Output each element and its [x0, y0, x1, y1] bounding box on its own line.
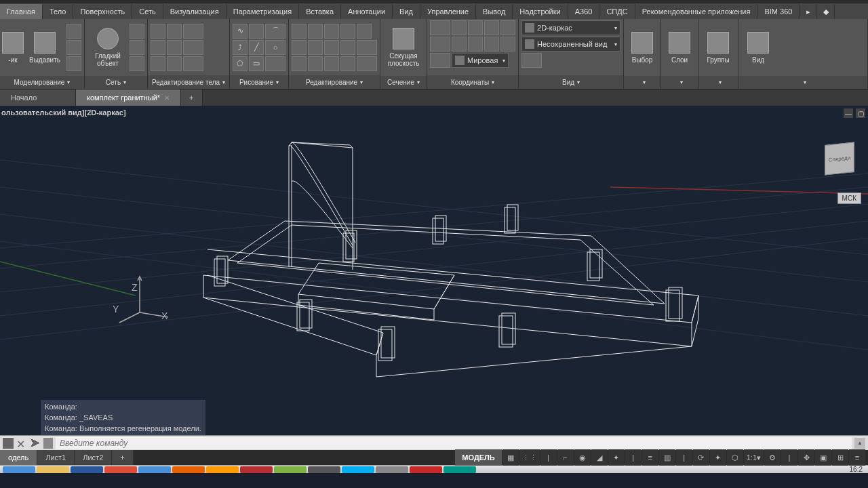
ed-icon-10[interactable] — [357, 40, 377, 55]
box-button[interactable]: -ик — [3, 20, 23, 75]
ed-icon-15[interactable] — [357, 56, 377, 71]
co-icon-3[interactable] — [468, 20, 483, 35]
wcs-label[interactable]: МСК — [837, 192, 861, 204]
nav-icon[interactable]: ✥ — [798, 449, 814, 466]
draw-icon-1[interactable]: ∿ — [233, 24, 248, 39]
ed-icon-2[interactable] — [308, 24, 323, 39]
transparency-icon[interactable]: ▥ — [659, 449, 675, 466]
ribbon-title-layers[interactable] — [661, 76, 698, 89]
co-icon-4[interactable] — [484, 20, 499, 35]
draw-icon-4[interactable]: ⤴ — [233, 40, 248, 55]
viewcube[interactable]: Спереди — [821, 140, 861, 180]
annoscale-icon[interactable]: ⊞ — [832, 449, 848, 466]
cmd-close-icon[interactable]: ✕ — [16, 438, 27, 449]
snap-icon[interactable]: ⋮⋮ — [519, 449, 540, 466]
section-button[interactable]: Секущаяплоскость — [383, 20, 424, 75]
menu-tab-addons[interactable]: Надстройки — [513, 4, 568, 19]
ed-icon-13[interactable] — [324, 56, 339, 71]
osnap-icon[interactable]: ✦ — [608, 449, 625, 466]
mesh-icon-2[interactable] — [130, 40, 144, 55]
se-icon-4[interactable] — [151, 40, 165, 55]
co-icon-5[interactable] — [500, 20, 515, 35]
mesh-icon-3[interactable] — [130, 56, 144, 71]
cmd-customize-icon[interactable]: ⮞ — [30, 438, 41, 449]
task-app6-icon[interactable] — [443, 466, 476, 473]
menu-tab-annot[interactable]: Аннотации — [341, 4, 393, 19]
ed-icon-14[interactable] — [340, 56, 355, 71]
ed-icon-1[interactable] — [292, 24, 307, 39]
scale-button[interactable]: 1:1▾ — [744, 449, 764, 466]
menu-tab-bim360[interactable]: BIM 360 — [757, 4, 800, 19]
task-explorer-icon[interactable] — [37, 466, 69, 473]
layout-tab-model[interactable]: одель — [0, 450, 37, 465]
menu-tab-recapps[interactable]: Рекомендованные приложения — [635, 4, 758, 19]
draw-icon-2[interactable] — [249, 24, 264, 39]
ed-icon-9[interactable] — [340, 40, 355, 55]
co-icon-6[interactable] — [430, 37, 450, 52]
se-icon-5[interactable] — [167, 40, 182, 55]
menu-tab-visual[interactable]: Визуализация — [163, 4, 226, 19]
close-icon[interactable]: ✕ — [164, 94, 170, 102]
co-icon-9[interactable] — [484, 37, 499, 52]
layout-tab-sheet1[interactable]: Лист1 — [37, 450, 75, 465]
ortho-icon[interactable]: ⌐ — [557, 449, 574, 466]
draw-icon-9[interactable] — [265, 56, 285, 71]
mesh-icon-1[interactable] — [130, 24, 144, 39]
co-icon-7[interactable] — [452, 37, 467, 52]
viewcube-face[interactable]: Спереди — [825, 142, 854, 175]
ed-icon-6[interactable] — [292, 40, 307, 55]
ribbon-title-draw[interactable]: Рисование — [230, 75, 288, 89]
menu-tab-spds[interactable]: СПДС — [599, 4, 635, 19]
menu-tab-param[interactable]: Параметризация — [226, 4, 299, 19]
ribbon-title-coords[interactable]: Координаты — [427, 75, 518, 89]
dynucs-icon[interactable]: ⬡ — [727, 449, 743, 466]
command-input[interactable] — [56, 437, 852, 449]
ribbon-title-edit[interactable]: Редактирование — [289, 75, 380, 89]
viewport[interactable]: ользовательский вид][2D-каркас] — ▢ — [0, 106, 868, 435]
3dosnap-icon[interactable]: ✦ — [710, 449, 726, 466]
menu-tab-help-icon[interactable]: ◆ — [817, 4, 835, 19]
task-app5-icon[interactable] — [410, 466, 442, 473]
ed-icon-12[interactable] — [308, 56, 323, 71]
iso-icon[interactable]: ◢ — [591, 449, 608, 466]
draw-icon-5[interactable]: ╱ — [249, 40, 264, 55]
task-skype-icon[interactable] — [342, 466, 374, 473]
task-ai-icon[interactable] — [206, 466, 239, 473]
ribbon-title-view2[interactable] — [738, 76, 867, 89]
ucs-dropdown[interactable]: Мировая — [452, 53, 509, 68]
menu-tab-expand-icon[interactable]: ▸ — [800, 4, 817, 19]
menu-tab-output[interactable]: Вывод — [476, 4, 513, 19]
se-icon-2[interactable] — [167, 24, 182, 39]
ribbon-title-groups[interactable] — [698, 76, 738, 89]
se-icon-8[interactable] — [167, 56, 182, 71]
ribbon-title-select[interactable] — [624, 76, 660, 89]
ed-icon-7[interactable] — [308, 40, 323, 55]
model-space-button[interactable]: МОДЕЛЬ — [455, 449, 501, 466]
workspace-icon[interactable]: ▣ — [815, 449, 831, 466]
se-icon-9[interactable] — [183, 56, 203, 71]
menu-tab-main[interactable]: Главная — [0, 4, 43, 19]
ed-icon-3[interactable] — [324, 24, 339, 39]
co-icon-11[interactable] — [430, 53, 450, 68]
modeling-icon-2[interactable] — [66, 40, 81, 55]
groups-button[interactable]: Группы — [701, 20, 735, 75]
view2-button[interactable]: Вид — [741, 20, 775, 75]
co-icon-2[interactable] — [452, 20, 467, 35]
customize-icon[interactable]: ≡ — [849, 449, 865, 466]
task-chrome-icon[interactable] — [104, 466, 137, 473]
menu-tab-view[interactable]: Вид — [393, 4, 420, 19]
new-layout-button[interactable]: + — [112, 450, 133, 465]
ribbon-title-modeling[interactable]: Моделирование — [0, 76, 84, 89]
draw-icon-7[interactable]: ⬠ — [233, 56, 248, 71]
co-icon-1[interactable] — [430, 20, 450, 35]
file-tab-start[interactable]: Начало — [0, 89, 76, 106]
file-tab-doc[interactable]: комплект гранитный*✕ — [76, 89, 181, 106]
ed-icon-8[interactable] — [324, 40, 339, 55]
ed-icon-5[interactable] — [357, 24, 372, 39]
task-app4-icon[interactable] — [376, 466, 408, 473]
task-word-icon[interactable] — [71, 466, 103, 473]
task-ie-icon[interactable] — [3, 466, 35, 473]
extrude-button[interactable]: Выдавить — [24, 20, 65, 75]
ribbon-title-view[interactable]: Вид — [519, 75, 623, 89]
task-app1-icon[interactable] — [138, 466, 171, 473]
